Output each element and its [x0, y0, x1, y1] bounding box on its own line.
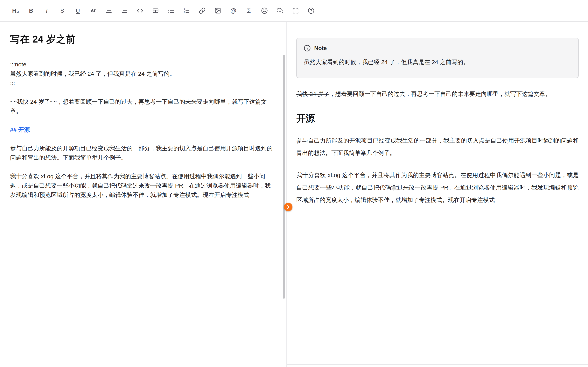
preview-paragraph-xlog: 我十分喜欢 xLog 这个平台，并且将其作为我的主要博客站点。在使用过程中我偶尔… [296, 169, 579, 206]
editor-line-note-close: ::: [10, 78, 273, 88]
strikethrough-icon: S [60, 7, 64, 14]
fullscreen-button[interactable] [290, 5, 301, 16]
preview-paragraph-intro-rest: ，想着要回顾一下自己的过去，再思考一下自己的未来要走向哪里，就写下这篇文章。 [329, 91, 551, 97]
markdown-preview-pane: Note 虽然大家看到的时候，我已经 24 了，但我真是在 24 之前写的。 我… [287, 22, 588, 367]
align-center-icon [106, 7, 112, 14]
bold-icon: B [29, 7, 33, 14]
emoji-button[interactable] [259, 5, 270, 16]
code-icon [137, 7, 143, 14]
align-center-button[interactable] [104, 5, 114, 16]
italic-button[interactable]: I [41, 5, 52, 16]
upload-cloud-icon [277, 7, 283, 14]
editor-scrollbar-thumb[interactable] [283, 55, 285, 299]
preview-heading-opensource: 开源 [296, 112, 579, 125]
math-button[interactable]: Σ [243, 5, 254, 16]
note-callout-title: Note [314, 45, 327, 51]
svg-text:2: 2 [184, 11, 185, 13]
align-right-button[interactable] [119, 5, 130, 16]
fullscreen-icon [292, 7, 299, 14]
note-callout-header: Note [304, 45, 571, 52]
code-button[interactable] [135, 5, 146, 16]
help-icon [308, 7, 314, 14]
ordered-list-button[interactable]: 12 [181, 5, 192, 16]
editor-preview-split: 写在 24 岁之前 :::note 虽然大家看到的时候，我已经 24 了，但我真… [0, 22, 588, 367]
editor-toolbar: H₂ B I S U “ 12 [0, 0, 588, 22]
emoji-icon [261, 7, 268, 14]
heading-2-button[interactable]: H₂ [10, 5, 21, 16]
editor-paragraph-xlog: 我十分喜欢 xLog 这个平台，并且将其作为我的主要博客站点。在使用过程中我偶尔… [10, 172, 273, 200]
mention-button[interactable]: @ [228, 5, 239, 16]
link-icon [199, 7, 206, 14]
bullet-list-icon [168, 7, 174, 14]
math-icon: Σ [247, 7, 251, 14]
image-button[interactable] [212, 5, 223, 16]
align-right-icon [121, 7, 128, 14]
note-callout: Note 虽然大家看到的时候，我已经 24 了，但我真是在 24 之前写的。 [296, 38, 579, 78]
chevron-right-icon [285, 204, 291, 210]
focus-mode-toggle-button[interactable] [284, 203, 293, 211]
editor-strikethrough-text: ~~我快 24 岁了~~ [10, 99, 57, 105]
markdown-editor-pane: 写在 24 岁之前 :::note 虽然大家看到的时候，我已经 24 了，但我真… [0, 22, 287, 367]
preview-paragraph-intro: 我快 24 岁了，想着要回顾一下自己的过去，再思考一下自己的未来要走向哪里，就写… [296, 88, 579, 100]
table-icon [152, 7, 159, 14]
post-title-input[interactable]: 写在 24 岁之前 [10, 33, 273, 46]
table-button[interactable] [150, 5, 161, 16]
image-icon [215, 7, 221, 14]
preview-bottom-divider [287, 364, 588, 365]
underline-icon: U [76, 7, 80, 14]
info-icon [304, 45, 311, 52]
blockquote-button[interactable]: “ [88, 5, 99, 16]
editor-paragraph-intro: ~~我快 24 岁了~~，想着要回顾一下自己的过去，再思考一下自己的未来要走向哪… [10, 97, 273, 116]
svg-text:1: 1 [184, 8, 185, 10]
editor-line-note-body: 虽然大家看到的时候，我已经 24 了，但我真是在 24 之前写的。 [10, 69, 273, 78]
editor-paragraph-opensource: 参与自己力所能及的开源项目已经变成我生活的一部分，我主要的切入点是自己使用开源项… [10, 144, 273, 162]
help-button[interactable] [306, 5, 317, 16]
underline-button[interactable]: U [72, 5, 83, 16]
note-callout-body: 虽然大家看到的时候，我已经 24 了，但我真是在 24 之前写的。 [304, 58, 571, 67]
italic-icon: I [46, 7, 48, 14]
preview-paragraph-opensource: 参与自己力所能及的开源项目已经变成我生活的一部分，我主要的切入点是自己使用开源项… [296, 134, 579, 159]
strikethrough-button[interactable]: S [57, 5, 68, 16]
blockquote-icon: “ [90, 7, 96, 15]
heading-2-icon: H₂ [12, 7, 19, 14]
editor-markdown-heading: ## 开源 [10, 125, 273, 134]
preview-strikethrough-text: 我快 24 岁了 [296, 91, 329, 97]
editor-line-note-open: :::note [10, 60, 273, 69]
upload-button[interactable] [275, 5, 285, 16]
markdown-editor-app: H₂ B I S U “ 12 [0, 0, 588, 367]
link-button[interactable] [197, 5, 208, 16]
bold-button[interactable]: B [26, 5, 36, 16]
mention-icon: @ [230, 7, 236, 14]
markdown-textarea[interactable]: :::note 虽然大家看到的时候，我已经 24 了，但我真是在 24 之前写的… [10, 60, 273, 200]
bullet-list-button[interactable] [166, 5, 177, 16]
ordered-list-icon: 12 [183, 7, 190, 14]
